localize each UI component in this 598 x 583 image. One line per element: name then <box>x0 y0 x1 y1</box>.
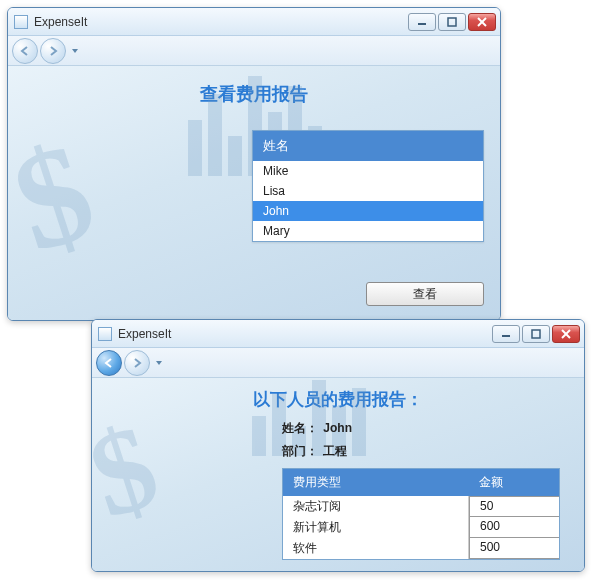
page-heading: 查看费用报告 <box>8 66 500 106</box>
table-row: 新计算机600 <box>283 517 559 538</box>
minimize-button[interactable] <box>408 13 436 31</box>
name-label: 姓名： <box>282 421 318 435</box>
nav-history-dropdown[interactable] <box>68 38 82 64</box>
list-item[interactable]: Mike <box>253 161 483 181</box>
cell-amount: 50 <box>469 496 559 517</box>
list-header: 姓名 <box>253 131 483 161</box>
window-title: ExpenseIt <box>118 327 492 341</box>
cell-amount: 600 <box>469 517 559 538</box>
nav-toolbar <box>92 348 584 378</box>
titlebar[interactable]: ExpenseIt <box>92 320 584 348</box>
cell-expense-type: 软件 <box>283 538 469 559</box>
titlebar[interactable]: ExpenseIt <box>8 8 500 36</box>
list-item[interactable]: Mary <box>253 221 483 241</box>
list-item[interactable]: Lisa <box>253 181 483 201</box>
svg-rect-1 <box>448 18 456 26</box>
window-title: ExpenseIt <box>34 15 408 29</box>
nav-forward-button[interactable] <box>124 350 150 376</box>
close-button[interactable] <box>468 13 496 31</box>
client-area: $ 以下人员的费用报告： 姓名： John 部门： 工程 费用类型 金额 杂志订… <box>92 378 584 571</box>
app-icon <box>14 15 28 29</box>
col-amount: 金额 <box>469 469 559 496</box>
name-list[interactable]: MikeLisaJohnMary <box>253 161 483 241</box>
nav-toolbar <box>8 36 500 66</box>
table-row: 杂志订阅50 <box>283 496 559 517</box>
list-item[interactable]: John <box>253 201 483 221</box>
maximize-button[interactable] <box>438 13 466 31</box>
nav-back-button[interactable] <box>12 38 38 64</box>
table-row: 软件500 <box>283 538 559 559</box>
cell-amount: 500 <box>469 538 559 559</box>
nav-history-dropdown[interactable] <box>152 350 166 376</box>
client-area: $ 查看费用报告 姓名 MikeLisaJohnMary 查看 <box>8 66 500 320</box>
window-expense-report: ExpenseIt $ <box>91 319 585 572</box>
close-button[interactable] <box>552 325 580 343</box>
name-value: John <box>323 421 352 435</box>
name-list-panel: 姓名 MikeLisaJohnMary <box>252 130 484 242</box>
page-heading: 以下人员的费用报告： <box>92 378 584 411</box>
svg-rect-5 <box>532 330 540 338</box>
window-select-person: ExpenseIt $ <box>7 7 501 321</box>
cell-expense-type: 杂志订阅 <box>283 496 469 517</box>
expense-table: 费用类型 金额 杂志订阅50新计算机600软件500 <box>282 468 560 560</box>
app-icon <box>98 327 112 341</box>
dept-value: 工程 <box>323 444 347 458</box>
nav-forward-button[interactable] <box>40 38 66 64</box>
minimize-button[interactable] <box>492 325 520 343</box>
nav-back-button[interactable] <box>96 350 122 376</box>
dept-label: 部门： <box>282 444 318 458</box>
maximize-button[interactable] <box>522 325 550 343</box>
cell-expense-type: 新计算机 <box>283 517 469 538</box>
person-info: 姓名： John 部门： 工程 <box>282 420 352 466</box>
view-button[interactable]: 查看 <box>366 282 484 306</box>
col-expense-type: 费用类型 <box>283 469 469 496</box>
